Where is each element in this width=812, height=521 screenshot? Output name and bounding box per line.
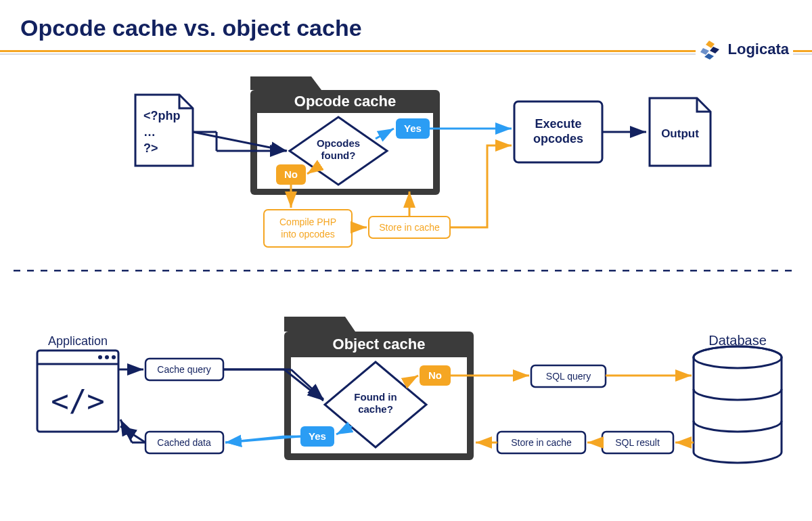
svg-text:Application: Application (48, 334, 108, 348)
svg-text:SQL result: SQL result (615, 437, 660, 448)
svg-text:Cached data: Cached data (157, 437, 211, 448)
svg-text:No: No (428, 369, 442, 381)
svg-text:No: No (284, 168, 298, 180)
svg-text:found?: found? (321, 150, 356, 161)
application-icon: Application </> (37, 334, 118, 432)
logo-icon (700, 38, 723, 61)
svg-text:…: … (143, 125, 156, 139)
sql-query-box: SQL query (531, 365, 606, 387)
svg-text:Yes: Yes (404, 122, 422, 134)
svg-text:Object cache: Object cache (333, 336, 426, 353)
svg-text:<?php: <?php (143, 109, 181, 122)
svg-text:Yes: Yes (309, 430, 326, 442)
svg-text:?>: ?> (143, 141, 158, 155)
store-object-box: Store in cache (497, 432, 585, 453)
title-rule-orange (0, 50, 812, 52)
php-file-icon: <?php … ?> (135, 95, 193, 166)
svg-point-38 (105, 355, 109, 359)
svg-text:SQL query: SQL query (546, 371, 591, 382)
svg-point-37 (98, 355, 102, 359)
title-rule-grey (0, 53, 812, 55)
svg-point-39 (112, 355, 116, 359)
svg-text:Store in cache: Store in cache (379, 222, 440, 233)
object-yes-badge: Yes (300, 426, 334, 447)
sql-result-box: SQL result (602, 432, 673, 453)
brand-name: Logicata (728, 41, 789, 58)
svg-text:Output: Output (661, 127, 699, 140)
cache-query-box: Cache query (145, 359, 223, 380)
output-file-icon: Output (650, 98, 710, 166)
opcode-yes-badge: Yes (396, 118, 430, 139)
svg-text:opcodes: opcodes (533, 132, 583, 145)
svg-text:Execute: Execute (535, 117, 581, 131)
svg-text:Store in cache: Store in cache (511, 437, 572, 448)
execute-opcodes-box: Execute opcodes (514, 101, 602, 162)
store-opcode-box: Store in cache (369, 217, 450, 238)
svg-text:cache?: cache? (358, 403, 393, 415)
svg-line-76 (120, 426, 145, 443)
svg-text:Compile PHP: Compile PHP (279, 217, 336, 227)
cached-data-box: Cached data (145, 432, 223, 453)
opcode-diagram: <?php … ?> Opcode cache Opcodes found? Y… (0, 64, 812, 260)
svg-text:</>: </> (51, 384, 104, 418)
svg-text:Found in: Found in (354, 391, 397, 403)
object-diagram: Application </> Cache query Cached data … (0, 284, 812, 507)
object-no-badge: No (420, 365, 451, 386)
brand-logo: Logicata (696, 35, 793, 64)
page-title: Opcode cache vs. object cache (20, 15, 362, 41)
database-icon: Database (694, 333, 782, 463)
svg-text:Opcodes: Opcodes (317, 137, 360, 149)
opcode-box-title: Opcode cache (294, 93, 396, 110)
compile-php-box: Compile PHP into opcodes (264, 210, 352, 247)
svg-text:Cache query: Cache query (157, 364, 210, 375)
opcode-no-badge: No (276, 164, 306, 185)
section-divider (0, 267, 812, 274)
svg-text:into opcodes: into opcodes (281, 229, 334, 240)
